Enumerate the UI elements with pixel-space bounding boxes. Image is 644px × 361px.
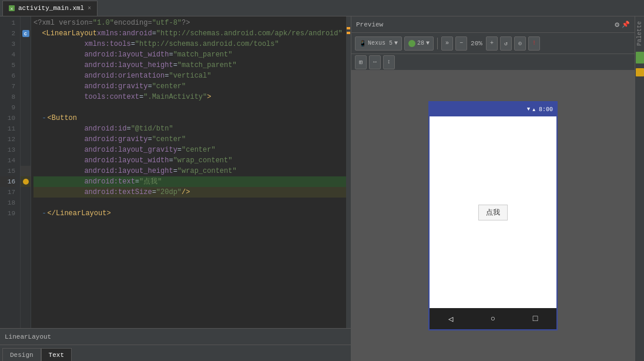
code-line-15: android:layout_height="wrap_content" [33, 166, 346, 176]
code-line-18 [33, 198, 346, 208]
code-line-9 [33, 102, 346, 113]
line-num-18: 18 [0, 198, 15, 208]
toolbar-separator [437, 38, 438, 49]
right-scroll-bar[interactable] [346, 16, 351, 328]
code-line-19: -</LinearLayout> [33, 208, 346, 219]
zoom-out-button[interactable]: − [455, 36, 467, 51]
line-num-1: 1 [0, 18, 15, 28]
line-num-11: 11 [0, 123, 15, 134]
code-line-17: android:textSize="20dp"/> [33, 187, 346, 198]
line-num-8: 8 [0, 92, 15, 102]
line-num-9: 9 [0, 102, 15, 113]
text-tab-label: Text [49, 352, 64, 359]
code-line-16: android:text="点我" [33, 176, 346, 187]
status-time: 8:00 [539, 106, 553, 113]
tab-text[interactable]: Text [41, 348, 72, 361]
line-num-14: 14 [0, 155, 15, 166]
code-line-12: android:gravity="center" [33, 134, 346, 145]
fold-button-19[interactable]: - [42, 208, 46, 219]
pin-icon[interactable]: 📌 [622, 21, 630, 28]
layout-toolbar: ⊞ ↔ ↕ [351, 54, 635, 71]
arrows-v-icon: ↕ [387, 59, 391, 65]
code-line-13: android:layout_gravity="center" [33, 145, 346, 155]
layout-grid-button[interactable]: ⊞ [355, 55, 367, 69]
editor-panel: 1 2 3 4 5 6 7 8 9 10 11 12 13 14 15 16 1… [0, 16, 351, 361]
zoom-refresh-button[interactable]: ↺ [500, 36, 512, 51]
code-line-7: android:gravity="center" [33, 81, 346, 92]
device-label: Nexus 5 [368, 40, 393, 46]
wifi-icon: ▼ [527, 106, 530, 112]
device-selector[interactable]: 📱 Nexus 5 ▼ [355, 36, 402, 51]
error-icon: ! [532, 40, 536, 46]
line-num-17: 17 [0, 187, 15, 198]
code-line-8: tools:context=".MainActivity"> [33, 92, 346, 102]
line-num-12: 12 [0, 134, 15, 145]
line-num-2: 2 [0, 28, 15, 39]
phone-nav-bar: ◁ ○ □ [430, 308, 556, 329]
code-line-2: <LinearLayout xmlns:android="http://sche… [33, 28, 346, 39]
xml-file-icon: x [9, 5, 15, 11]
palette-label: Palette [636, 19, 643, 48]
code-content[interactable]: <?xml version="1.0" encoding="utf-8"?> <… [31, 16, 346, 328]
nav-back-icon: ◁ [448, 314, 453, 324]
marker-gutter: C [21, 16, 31, 328]
line-num-10: 10 [0, 113, 15, 123]
code-line-5: android:layout_height="match_parent" [33, 60, 346, 71]
chevron-down-icon: ▼ [394, 40, 398, 46]
line-num-6: 6 [0, 71, 15, 81]
line-num-7: 7 [0, 81, 15, 92]
nav-recent-icon: □ [533, 314, 538, 323]
line-num-3: 3 [0, 39, 15, 49]
preview-content: ▼ ▲ 8:00 点我 ◁ ○ □ [351, 71, 635, 361]
component-type-label: LinearLayout [5, 333, 51, 340]
code-line-4: android:layout_width="match_parent" [33, 49, 346, 60]
more-button[interactable]: » [441, 36, 453, 51]
phone-screen: 点我 [430, 116, 556, 308]
arrows-v-button[interactable]: ↕ [383, 55, 395, 69]
phone-button[interactable]: 点我 [478, 205, 508, 220]
fit-icon: ⊙ [518, 40, 522, 47]
zoom-out-icon: − [459, 40, 463, 46]
zoom-in-button[interactable]: + [486, 36, 498, 51]
error-button[interactable]: ! [528, 36, 540, 51]
code-line-14: android:layout_width="wrap_content" [33, 155, 346, 166]
signal-icon: ▲ [532, 107, 535, 112]
line-num-4: 4 [0, 49, 15, 60]
phone-mockup: ▼ ▲ 8:00 点我 ◁ ○ □ [428, 101, 558, 330]
fold-button-10[interactable]: - [42, 113, 46, 123]
code-line-3: xmlns:tools="http://schemas.android.com/… [33, 39, 346, 49]
arrows-h-button[interactable]: ↔ [369, 55, 381, 69]
line-num-16: 16 [0, 176, 15, 187]
close-icon[interactable]: × [88, 5, 91, 12]
marker-c: C [21, 28, 31, 39]
tab-bar: x activity_main.xml × [0, 0, 644, 16]
code-line-10: -<Button [33, 113, 346, 123]
tab-design[interactable]: Design [2, 348, 41, 361]
api-selector[interactable]: 28 ▼ [404, 36, 434, 51]
refresh-icon: ↺ [504, 40, 508, 47]
api-chevron-icon: ▼ [426, 40, 430, 46]
bottom-tabs: Design Text [0, 345, 351, 361]
more-icon: » [445, 40, 449, 46]
code-line-1: <?xml version="1.0" encoding="utf-8"?> [33, 18, 346, 28]
zoom-fit-button[interactable]: ⊙ [514, 36, 526, 51]
scroll-marker-mid [347, 32, 350, 34]
tab-activity-main-xml[interactable]: x activity_main.xml × [2, 1, 98, 16]
warning-marker [21, 176, 31, 187]
line-num-19: 19 [0, 208, 15, 219]
settings-icon[interactable]: ⚙ [615, 20, 619, 29]
preview-panel: Preview ⚙ 📌 📱 Nexus 5 ▼ 28 ▼ [351, 16, 635, 361]
line-num-5: 5 [0, 60, 15, 71]
line-numbers: 1 2 3 4 5 6 7 8 9 10 11 12 13 14 15 16 1… [0, 16, 21, 328]
preview-title: Preview [356, 21, 383, 28]
tab-label: activity_main.xml [18, 5, 84, 12]
nav-home-icon: ○ [491, 314, 495, 323]
design-tab-label: Design [10, 352, 33, 359]
line-num-15: 15 [0, 166, 15, 176]
code-line-6: android:orientation="vertical" [33, 71, 346, 81]
zoom-in-icon: + [490, 40, 494, 46]
preview-toolbar: 📱 Nexus 5 ▼ 28 ▼ » − 20% + [351, 33, 635, 54]
preview-header: Preview ⚙ 📌 [351, 16, 635, 33]
scroll-marker-top [347, 27, 350, 29]
line-num-13: 13 [0, 145, 15, 155]
